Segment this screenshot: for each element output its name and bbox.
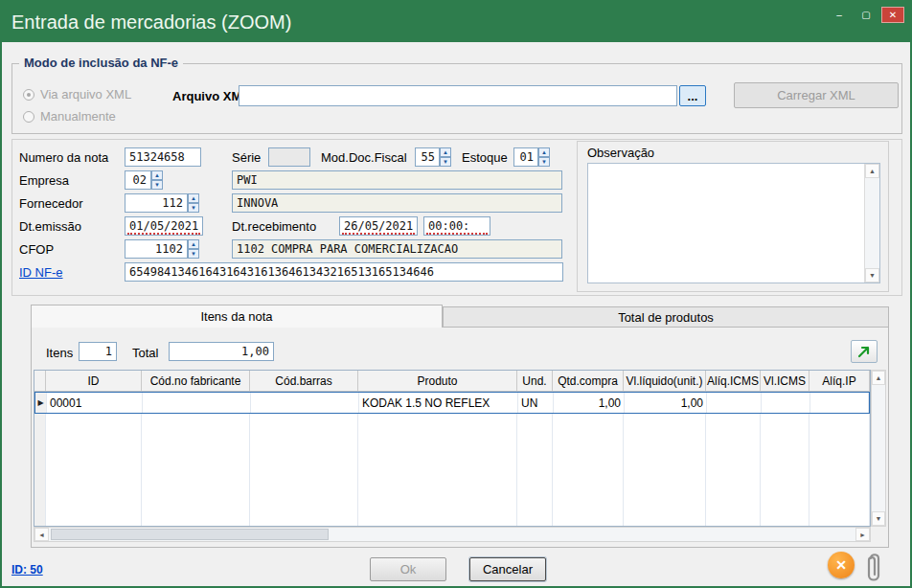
close-button[interactable]: ✕ — [881, 7, 904, 23]
table-row[interactable]: ▶ 00001 KODAK 1.5 NO REFLEX UN 1,00 1,00 — [34, 392, 870, 414]
fornecedor-code-field[interactable]: 112 — [125, 193, 188, 213]
row-marker-icon: ▶ — [35, 393, 47, 413]
spin-up-button[interactable]: ▲ — [538, 147, 550, 157]
cell-aliq-icms[interactable] — [707, 393, 762, 413]
mod-doc-fiscal-spinner: ▲ ▼ — [440, 147, 451, 167]
cell-id[interactable]: 00001 — [47, 393, 143, 413]
radio-manualmente-label: Manualmente — [40, 109, 116, 124]
spin-down-button[interactable]: ▼ — [538, 157, 550, 167]
empresa-code-field[interactable]: 02 — [125, 170, 151, 190]
ok-button[interactable]: Ok — [370, 557, 446, 581]
empty-cell — [624, 414, 706, 526]
empresa-spinner: ▲ ▼ — [151, 170, 163, 190]
fornecedor-label: Fornecedor — [19, 196, 82, 211]
column-header[interactable]: Cód.barras — [250, 371, 358, 392]
dt-recebimento-label: Dt.recebimento — [232, 219, 316, 234]
mod-doc-fiscal-field[interactable]: 55 — [415, 147, 440, 167]
maximize-button[interactable]: ▢ — [855, 7, 878, 23]
scroll-down-icon[interactable]: ▼ — [872, 511, 885, 526]
tab-total-de-produtos[interactable]: Total de produtos — [443, 306, 889, 328]
column-header[interactable]: Alíq.ICMS — [706, 371, 761, 392]
radio-via-arquivo-xml-label: Via arquivo XML — [40, 87, 131, 102]
empresa-name-field: PWI — [232, 170, 562, 190]
column-header[interactable]: Und. — [517, 371, 553, 392]
column-header[interactable]: Cód.no fabricante — [142, 371, 250, 392]
dt-emissao-field[interactable]: 01/05/2021 — [125, 216, 203, 236]
window: Entrada de mercadorias (ZOOM) – ▢ ✕ Modo… — [0, 0, 912, 588]
hora-recebimento-field[interactable]: 00:00: — [423, 216, 490, 236]
spin-up-button[interactable]: ▲ — [151, 170, 163, 180]
cfop-description-field: 1102 COMPRA PARA COMERCIALIZACAO — [232, 239, 562, 259]
cell-und[interactable]: UN — [518, 393, 554, 413]
empty-cell — [250, 414, 358, 526]
scroll-up-icon[interactable]: ▲ — [865, 164, 879, 178]
grid-horizontal-scrollbar[interactable]: ◄ ► — [34, 527, 871, 542]
grid-vertical-scrollbar[interactable]: ▲ ▼ — [871, 370, 886, 527]
radio-icon — [23, 89, 34, 101]
spin-down-button[interactable]: ▼ — [440, 157, 451, 167]
cancel-x-icon: ✕ — [835, 557, 847, 573]
tab-itens-da-nota[interactable]: Itens da nota — [31, 305, 443, 328]
cell-produto[interactable]: KODAK 1.5 NO REFLEX — [359, 393, 518, 413]
cfop-label: CFOP — [19, 242, 54, 257]
attachment-button[interactable] — [865, 548, 884, 588]
radio-via-arquivo-xml[interactable]: Via arquivo XML — [23, 87, 131, 102]
dt-recebimento-field[interactable]: 26/05/2021 — [339, 216, 418, 236]
column-header[interactable]: Produto — [358, 371, 517, 392]
spin-up-button[interactable]: ▲ — [188, 239, 199, 249]
total-label: Total — [132, 346, 158, 360]
record-id-link[interactable]: ID: 50 — [11, 563, 43, 577]
observacao-scrollbar[interactable]: ▲ ▼ — [864, 164, 879, 283]
itens-count-field[interactable]: 1 — [79, 342, 117, 361]
scrollbar-thumb[interactable] — [51, 529, 329, 540]
fornecedor-spinner: ▲ ▼ — [188, 193, 199, 213]
observacao-textarea[interactable]: ▲ ▼ — [587, 163, 880, 283]
empty-cell — [706, 414, 761, 526]
dt-emissao-label: Dt.emissão — [19, 219, 81, 234]
column-header[interactable]: Vl.líquido(unit.) — [624, 371, 706, 392]
spin-up-button[interactable]: ▲ — [440, 147, 451, 157]
cell-qtd-compra[interactable]: 1,00 — [554, 393, 625, 413]
window-controls: – ▢ ✕ — [828, 7, 904, 23]
scroll-down-icon[interactable]: ▼ — [865, 268, 879, 283]
estoque-field[interactable]: 01 — [513, 147, 538, 167]
arquivo-xml-input[interactable] — [239, 85, 677, 106]
cancel-button[interactable]: Cancelar — [469, 557, 546, 581]
empty-cell — [553, 414, 624, 526]
spin-up-button[interactable]: ▲ — [188, 193, 199, 203]
row-selector-header — [34, 371, 46, 392]
scroll-up-icon[interactable]: ▲ — [872, 371, 885, 385]
serie-field[interactable] — [268, 147, 310, 167]
empty-cell — [517, 414, 553, 526]
numero-da-nota-label: Numero da nota — [19, 150, 108, 165]
spin-down-button[interactable]: ▼ — [188, 249, 199, 259]
itens-label: Itens — [46, 346, 73, 360]
cell-cod-fabricante[interactable] — [143, 393, 251, 413]
estoque-label: Estoque — [462, 150, 508, 165]
column-header[interactable]: ID — [46, 371, 142, 392]
cell-vl-liquido[interactable]: 1,00 — [625, 393, 707, 413]
radio-manualmente[interactable]: Manualmente — [23, 109, 116, 124]
column-header[interactable]: Vl.ICMS — [761, 371, 809, 392]
spin-down-button[interactable]: ▼ — [188, 203, 199, 213]
browse-xml-button[interactable]: ... — [679, 85, 706, 106]
observacao-panel: Observação ▲ ▼ — [577, 141, 889, 292]
spin-down-button[interactable]: ▼ — [151, 180, 163, 190]
id-nfe-link[interactable]: ID NF-e — [19, 265, 63, 280]
cell-vl-icms[interactable] — [762, 393, 810, 413]
id-nfe-field[interactable]: 6549841346164316431613646134321651316513… — [125, 262, 563, 282]
row-selector-column — [34, 414, 46, 526]
cfop-code-field[interactable]: 1102 — [125, 239, 188, 259]
scroll-right-icon[interactable]: ► — [855, 528, 870, 541]
column-header[interactable]: Alíq.IP — [809, 371, 870, 392]
total-value-field[interactable]: 1,00 — [169, 342, 274, 361]
cell-cod-barras[interactable] — [251, 393, 359, 413]
grid-action-button[interactable] — [851, 340, 878, 363]
cell-aliq-ipi[interactable] — [810, 393, 869, 413]
minimize-button[interactable]: – — [828, 7, 851, 23]
load-xml-button[interactable]: Carregar XML — [734, 82, 899, 108]
column-header[interactable]: Qtd.compra — [553, 371, 624, 392]
abort-circle-button[interactable]: ✕ — [828, 552, 855, 578]
numero-da-nota-field[interactable]: 51324658 — [125, 147, 201, 167]
scroll-left-icon[interactable]: ◄ — [34, 528, 49, 541]
